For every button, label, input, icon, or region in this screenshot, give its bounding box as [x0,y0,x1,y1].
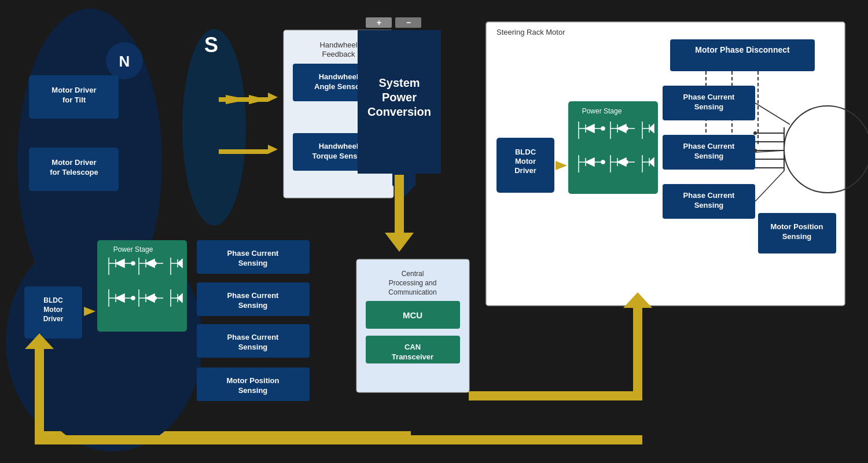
svg-marker-67 [146,259,155,267]
svg-marker-120 [617,124,626,133]
svg-rect-28 [395,17,421,28]
svg-rect-16 [219,149,268,154]
svg-text:Power Stage: Power Stage [113,245,153,253]
diagram-container: N S Motor Driver for Tilt Motor Driver f… [0,0,868,463]
svg-marker-12 [226,95,249,104]
svg-marker-174 [623,292,652,308]
svg-rect-21 [293,64,384,101]
svg-text:Central: Central [402,270,424,278]
svg-point-142 [624,127,628,130]
svg-rect-27 [366,17,392,28]
svg-rect-97 [197,324,310,358]
svg-text:−: − [406,18,411,27]
svg-marker-115 [586,124,594,133]
svg-text:Sensing: Sensing [238,386,268,395]
svg-marker-134 [617,158,626,166]
svg-rect-110 [568,101,658,194]
svg-marker-86 [178,294,182,302]
svg-rect-105 [496,138,554,193]
svg-point-141 [601,160,605,164]
svg-rect-34 [395,175,404,233]
svg-rect-9 [29,148,119,191]
svg-rect-14 [219,97,268,102]
svg-rect-100 [197,368,310,401]
svg-rect-18 [284,30,393,198]
connections-svg: N S Motor Driver for Tilt Motor Driver f… [0,0,868,463]
svg-text:Phase Current: Phase Current [227,249,279,258]
svg-rect-6 [29,75,119,119]
svg-text:Handwheel: Handwheel [319,41,357,49]
svg-marker-50 [25,333,54,348]
svg-marker-109 [556,161,567,170]
svg-text:BLDC: BLDC [515,148,536,156]
svg-rect-152 [663,135,755,170]
svg-rect-36 [356,259,469,392]
svg-point-89 [153,262,156,265]
svg-rect-52 [24,286,82,339]
svg-point-168 [753,131,757,135]
svg-point-88 [131,296,135,300]
svg-point-4 [182,29,246,226]
svg-text:Steering Rack Motor: Steering Rack Motor [496,28,565,36]
svg-rect-46 [633,260,642,400]
svg-text:Power Stage: Power Stage [582,107,622,115]
svg-text:Motor Driver: Motor Driver [52,158,96,167]
svg-point-169 [753,149,757,152]
svg-text:Motor: Motor [515,157,536,166]
svg-rect-173 [633,307,642,389]
svg-text:+: + [377,18,381,27]
svg-marker-62 [116,259,124,267]
svg-text:Motor Position: Motor Position [771,222,823,231]
svg-rect-57 [97,240,187,332]
svg-point-140 [601,127,605,130]
svg-rect-48 [35,431,411,440]
svg-text:Driver: Driver [43,315,64,323]
svg-text:Transceiver: Transceiver [392,352,433,361]
svg-text:Handwheel: Handwheel [319,72,359,81]
svg-rect-144 [670,39,815,71]
svg-marker-139 [649,158,654,166]
svg-marker-76 [116,294,124,302]
svg-rect-24 [293,133,384,171]
svg-text:Angle Sensor: Angle Sensor [314,82,363,91]
svg-text:Handwheel: Handwheel [319,142,359,150]
svg-text:S: S [204,33,218,57]
svg-line-171 [755,150,784,152]
svg-point-0 [17,9,162,315]
svg-rect-175 [35,435,642,444]
svg-line-172 [755,171,784,201]
svg-text:System: System [378,76,420,89]
svg-text:Motor Position: Motor Position [227,376,279,385]
svg-text:Sensing: Sensing [238,259,268,267]
svg-text:Phase Current: Phase Current [227,333,279,341]
svg-text:MCU: MCU [403,310,422,320]
svg-text:CAN: CAN [404,343,421,351]
svg-point-2 [106,42,143,79]
svg-rect-49 [35,347,44,431]
svg-marker-125 [649,124,654,133]
svg-text:Phase Current: Phase Current [683,191,735,200]
svg-rect-149 [663,86,755,120]
svg-text:Communication: Communication [388,288,436,296]
svg-point-143 [624,160,628,164]
svg-rect-42 [366,336,460,363]
svg-marker-13 [249,95,267,104]
svg-text:N: N [119,53,130,70]
svg-marker-15 [268,93,278,102]
svg-text:Conversion: Conversion [367,105,431,118]
svg-marker-177 [25,333,54,349]
svg-point-51 [23,232,203,451]
svg-rect-176 [35,347,44,444]
svg-text:for Tilt: for Tilt [62,95,86,104]
svg-text:Sensing: Sensing [694,152,724,160]
svg-point-90 [153,296,156,300]
svg-text:Sensing: Sensing [238,301,268,310]
svg-text:Feedback: Feedback [322,50,355,58]
svg-text:Torque Sensor: Torque Sensor [312,152,365,160]
svg-rect-91 [197,240,310,274]
svg-marker-72 [178,259,182,267]
svg-text:Motor Phase Disconnect: Motor Phase Disconnect [695,45,790,54]
svg-text:Sensing: Sensing [694,201,724,210]
svg-rect-155 [663,184,755,219]
svg-text:Phase Current: Phase Current [227,291,279,300]
